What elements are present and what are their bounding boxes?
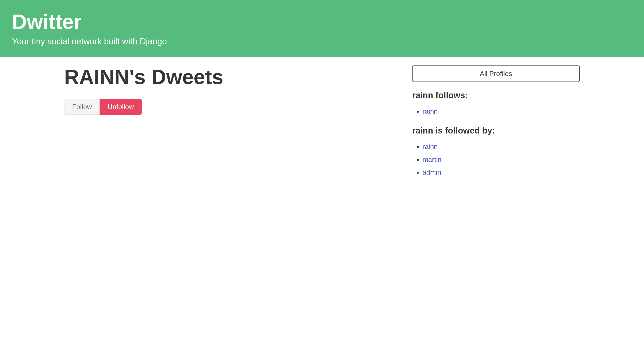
list-item: rainn [422,106,580,116]
page-title: RAINN's Dweets [64,65,399,89]
profile-link[interactable]: martin [422,156,442,163]
profile-link[interactable]: rainn [422,143,438,150]
list-item: rainn [422,141,580,152]
site-title: Dwitter [12,10,632,33]
followed-by-list: rainn martin admin [412,141,580,177]
list-item: admin [422,167,580,177]
follows-list: rainn [412,106,580,116]
main-column: RAINN's Dweets Follow Unfollow [0,65,412,187]
follow-button[interactable]: Follow [64,99,100,115]
sidebar-column: All Profiles rainn follows: rainn rainn … [412,65,644,187]
profile-link[interactable]: rainn [422,107,438,115]
all-profiles-button[interactable]: All Profiles [412,65,580,82]
hero-banner: Dwitter Your tiny social network built w… [0,0,644,57]
profile-link[interactable]: admin [422,168,441,176]
followed-by-heading: rainn is followed by: [412,126,580,135]
follow-button-group: Follow Unfollow [64,99,399,115]
follows-heading: rainn follows: [412,90,580,100]
main-container: RAINN's Dweets Follow Unfollow All Profi… [0,57,644,195]
site-subtitle: Your tiny social network built with Djan… [12,36,632,47]
unfollow-button[interactable]: Unfollow [100,99,142,115]
list-item: martin [422,154,580,165]
